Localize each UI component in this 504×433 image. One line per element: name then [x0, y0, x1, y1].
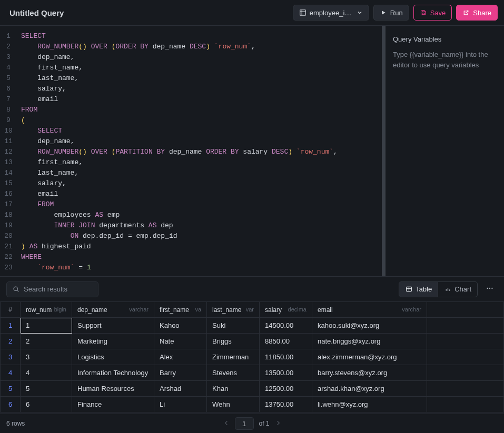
save-icon [420, 9, 427, 16]
save-button[interactable]: Save [413, 5, 452, 21]
table-row[interactable]: 33LogisticsAlexZimmerman11850.00alex.zim… [1, 349, 504, 365]
cell[interactable]: Human Resources [72, 381, 154, 397]
run-button[interactable]: Run [373, 5, 409, 21]
cell[interactable]: Marketing [72, 334, 154, 349]
row-index[interactable]: 3 [1, 349, 21, 365]
row-index[interactable]: 6 [1, 397, 21, 412]
cell[interactable]: Support [72, 318, 154, 334]
code-line[interactable]: dep_name, [21, 52, 378, 63]
cell[interactable]: Logistics [72, 349, 154, 365]
table-view-tab[interactable]: Table [399, 281, 438, 297]
row-index[interactable]: 4 [1, 365, 21, 381]
sql-editor[interactable]: 1234567891011121314151617181920212223 SE… [0, 26, 386, 276]
topbar: Untitled Query employee_inform… Run Save [0, 0, 504, 26]
share-button[interactable]: Share [456, 5, 498, 21]
page-input[interactable] [234, 417, 253, 430]
scrollbar[interactable] [382, 26, 386, 276]
cell[interactable]: Khan [207, 381, 260, 397]
column-header[interactable]: emailvarchar [312, 302, 427, 318]
code-line[interactable]: FROM [21, 199, 378, 210]
code-line[interactable]: email [21, 94, 378, 105]
cell-empty [427, 334, 504, 349]
cell[interactable]: 13500.00 [260, 365, 312, 381]
cell[interactable]: 1 [21, 318, 72, 334]
code-line[interactable]: ROW_NUMBER() OVER (ORDER BY dep_name DES… [21, 42, 378, 52]
column-header[interactable]: dep_namevarchar [72, 302, 154, 318]
column-header[interactable]: row_numbigin [21, 302, 72, 318]
code-line[interactable]: first_name, [21, 157, 378, 168]
table-row[interactable]: 66FinanceLiWehn13750.00li.wehn@xyz.org [1, 397, 504, 412]
column-header[interactable]: first_nameva [154, 302, 207, 318]
cell[interactable]: Li [154, 397, 207, 412]
cell[interactable]: 4 [21, 365, 72, 381]
code-line[interactable]: `row_num` = 1 [21, 263, 378, 273]
code-line[interactable]: WHERE [21, 252, 378, 263]
table-row[interactable]: 44Information TechnologyBarryStevens1350… [1, 365, 504, 381]
code-line[interactable]: last_name, [21, 73, 378, 84]
cell[interactable]: Arshad [154, 381, 207, 397]
code-line[interactable]: SELECT [21, 126, 378, 136]
cell[interactable]: Suki [207, 318, 260, 334]
cell[interactable]: arshad.khan@xyz.org [312, 381, 427, 397]
cell[interactable]: Alex [154, 349, 207, 365]
cell[interactable]: Wehn [207, 397, 260, 412]
cell[interactable]: 6 [21, 397, 72, 412]
code-line[interactable]: salary, [21, 178, 378, 189]
table-row[interactable]: 55Human ResourcesArshadKhan12500.00arsha… [1, 381, 504, 397]
prev-page-button[interactable] [223, 420, 229, 428]
database-selector[interactable]: employee_inform… [293, 5, 369, 21]
table-row[interactable]: 22MarketingNateBriggs8850.00nate.briggs@… [1, 334, 504, 349]
cell[interactable]: kahoo.suki@xyz.org [312, 318, 427, 334]
column-header[interactable]: # [1, 302, 21, 318]
code-line[interactable]: ROW_NUMBER() OVER (PARTITION BY dep_name… [21, 147, 378, 157]
cell[interactable]: 12500.00 [260, 381, 312, 397]
cell[interactable]: Finance [72, 397, 154, 412]
cell[interactable]: barry.stevens@xyz.org [312, 365, 427, 381]
cell[interactable]: Zimmerman [207, 349, 260, 365]
cell[interactable]: 5 [21, 381, 72, 397]
query-variables-panel: Query Variables Type {{variable_name}} i… [386, 26, 504, 276]
code-line[interactable]: ON dep.dep_id = emp.dep_id [21, 231, 378, 241]
cell[interactable]: 2 [21, 334, 72, 349]
cell[interactable]: 14500.00 [260, 318, 312, 334]
cell[interactable]: Information Technology [72, 365, 154, 381]
table-row[interactable]: 11SupportKahooSuki14500.00kahoo.suki@xyz… [1, 318, 504, 334]
code-line[interactable]: salary, [21, 84, 378, 94]
cell[interactable]: Kahoo [154, 318, 207, 334]
code-line[interactable]: first_name, [21, 63, 378, 73]
cell[interactable]: 3 [21, 349, 72, 365]
column-header[interactable]: last_namevar [207, 302, 260, 318]
database-label: employee_inform… [310, 9, 353, 17]
cell[interactable]: li.wehn@xyz.org [312, 397, 427, 412]
row-index[interactable]: 5 [1, 381, 21, 397]
query-title[interactable]: Untitled Query [6, 8, 64, 17]
row-index[interactable]: 2 [1, 334, 21, 349]
cell[interactable]: Nate [154, 334, 207, 349]
chart-view-tab[interactable]: Chart [438, 281, 478, 297]
cell[interactable]: Barry [154, 365, 207, 381]
code-line[interactable]: SELECT [21, 31, 378, 42]
line-gutter: 1234567891011121314151617181920212223 [0, 26, 17, 276]
cell[interactable]: 11850.00 [260, 349, 312, 365]
code-line[interactable]: last_name, [21, 168, 378, 178]
search-input[interactable]: Search results [6, 281, 98, 297]
cell[interactable]: 13750.00 [260, 397, 312, 412]
column-header[interactable]: salarydecima [260, 302, 312, 318]
code-line[interactable]: employees AS emp [21, 210, 378, 220]
next-page-button[interactable] [275, 420, 281, 428]
code-area[interactable]: SELECT ROW_NUMBER() OVER (ORDER BY dep_n… [17, 26, 382, 276]
cell[interactable]: 8850.00 [260, 334, 312, 349]
results-table-wrap[interactable]: #row_numbigindep_namevarcharfirst_nameva… [0, 301, 504, 414]
code-line[interactable]: dep_name, [21, 136, 378, 147]
cell[interactable]: Stevens [207, 365, 260, 381]
code-line[interactable]: ) AS highest_paid [21, 241, 378, 252]
row-index[interactable]: 1 [1, 318, 21, 334]
code-line[interactable]: INNER JOIN departments AS dep [21, 220, 378, 231]
code-line[interactable]: email [21, 189, 378, 199]
cell[interactable]: alex.zimmerman@xyz.org [312, 349, 427, 365]
cell[interactable]: Briggs [207, 334, 260, 349]
code-line[interactable]: ( [21, 115, 378, 126]
code-line[interactable]: FROM [21, 105, 378, 115]
cell[interactable]: nate.briggs@xyz.org [312, 334, 427, 349]
more-button[interactable] [482, 281, 498, 297]
